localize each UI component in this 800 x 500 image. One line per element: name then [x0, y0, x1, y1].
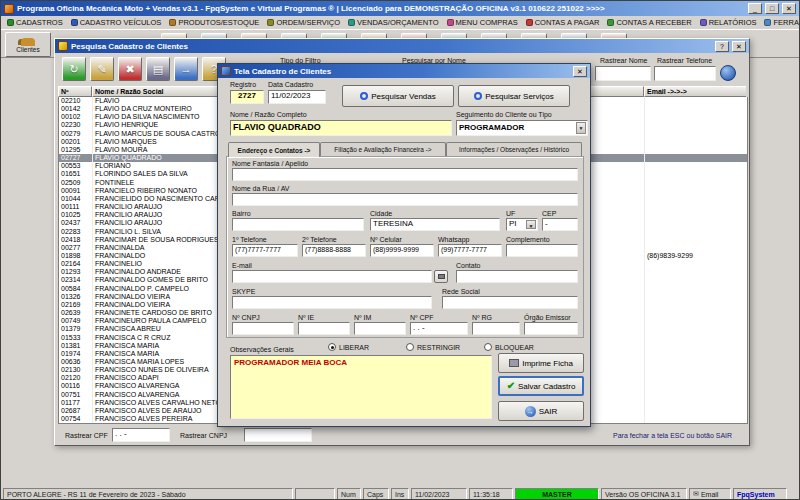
table-cell: 02130: [59, 366, 93, 374]
contato-label: Contato: [456, 262, 481, 270]
table-cell: 02169: [59, 301, 93, 309]
email-input[interactable]: [232, 270, 432, 283]
menu-item-label: RELATÓRIOS: [709, 18, 757, 27]
table-cell: [645, 268, 747, 276]
observacoes-textarea[interactable]: PROGRAMADOR MEIA BOCA: [230, 355, 492, 419]
column-header-num[interactable]: Nº: [58, 86, 92, 97]
refresh-icon[interactable]: ↻: [62, 57, 86, 81]
app-window: Programa Oficina Mecânica Moto + Vendas …: [0, 0, 800, 500]
menu-item-relatorios[interactable]: RELATÓRIOS: [696, 16, 761, 29]
complemento-label: Complemento: [506, 236, 550, 244]
menu-item-ferramentas[interactable]: FERRAMENTAS: [760, 16, 800, 29]
tab-filiacao-financeira[interactable]: Filiação e Avaliação Financeira ->: [320, 142, 446, 156]
radio-restringir[interactable]: RESTRINGIR: [406, 343, 460, 351]
uf-label: UF: [506, 210, 515, 218]
search-close-button[interactable]: ✕: [732, 41, 746, 52]
salvar-cadastro-button[interactable]: ✔ Salvar Cadastro: [498, 376, 584, 396]
menu-item-vendas-orcamento[interactable]: VENDAS/ORÇAMENTO: [344, 16, 443, 29]
radio-bloquear-icon[interactable]: [484, 343, 492, 351]
contato-input[interactable]: [456, 270, 578, 283]
celular-input[interactable]: (88)9999-9999: [370, 244, 434, 257]
menu-item-contas-a-receber[interactable]: CONTAS A RECEBER: [603, 16, 695, 29]
complemento-input[interactable]: [506, 244, 578, 257]
close-button[interactable]: ✕: [782, 3, 796, 14]
table-cell: 02230: [59, 121, 93, 129]
pesquisar-servicos-button[interactable]: Pesquisar Serviços: [458, 85, 570, 107]
tel1-input[interactable]: (77)7777-7777: [232, 244, 298, 257]
trace-cnpj-input[interactable]: [244, 428, 312, 442]
menu-item-ordem-servico[interactable]: ORDEM/SERVIÇO: [263, 16, 344, 29]
search-help-button[interactable]: ?: [715, 41, 729, 52]
table-cell: 00116: [59, 382, 93, 390]
im-input[interactable]: [354, 322, 406, 335]
search-go-button[interactable]: [720, 65, 736, 81]
seguimento-select[interactable]: PROGRAMADOR ▼: [456, 120, 588, 136]
tab-endereco-contatos[interactable]: Endereço e Contatos ->: [228, 142, 320, 157]
cnpj-input[interactable]: [232, 322, 294, 335]
radio-liberar[interactable]: LIBERAR: [328, 343, 369, 351]
table-cell: 01293: [59, 268, 93, 276]
radio-bloquear[interactable]: BLOQUEAR: [484, 343, 534, 351]
minimize-button[interactable]: _: [748, 3, 762, 14]
bairro-input[interactable]: [232, 218, 364, 231]
table-cell: [645, 146, 747, 154]
table-cell: [645, 325, 747, 333]
cep-input[interactable]: -: [542, 218, 578, 231]
tel2-input[interactable]: (77)8888-8888: [302, 244, 366, 257]
orgao-emissor-label: Órgão Emissor: [524, 314, 571, 322]
search-sales-icon: [360, 92, 368, 100]
email-send-button[interactable]: [434, 270, 448, 283]
edit-icon[interactable]: ✎: [90, 57, 114, 81]
skype-input[interactable]: [232, 296, 432, 309]
table-cell: [645, 130, 747, 138]
trace-name-label: Rastrear Nome: [600, 57, 647, 65]
rua-input[interactable]: [232, 193, 578, 206]
chevron-down-icon[interactable]: ▼: [526, 220, 536, 229]
clients-toolbar-button[interactable]: Clientes: [5, 32, 51, 57]
nome-input[interactable]: FLAVIO QUADRADO: [230, 120, 452, 136]
chevron-down-icon[interactable]: ▼: [576, 122, 586, 134]
ie-input[interactable]: [298, 322, 350, 335]
menu-item-menu-compras[interactable]: MENU COMPRAS: [443, 16, 522, 29]
fantasia-input[interactable]: [232, 168, 578, 181]
table-cell: 01381: [59, 342, 93, 350]
dialog-close-button[interactable]: ✕: [573, 66, 587, 77]
status-email[interactable]: ✉Email: [689, 488, 731, 500]
print-icon[interactable]: ▤: [146, 57, 170, 81]
clients-icon: [21, 38, 35, 46]
uf-select[interactable]: PI ▼: [506, 218, 538, 231]
menu-item-cadastro-veiculos[interactable]: CADASTRO VEÍCULOS: [67, 16, 166, 29]
table-cell: [645, 170, 747, 178]
trace-phone-input[interactable]: [654, 66, 716, 81]
menu-item-contas-a-pagar[interactable]: CONTAS A PAGAR: [522, 16, 604, 29]
radio-liberar-icon[interactable]: [328, 343, 336, 351]
table-cell: [645, 260, 747, 268]
tab-informacoes-historico[interactable]: Informações / Observações / Histórico: [446, 142, 582, 156]
rg-input[interactable]: [472, 322, 520, 335]
maximize-button[interactable]: □: [765, 3, 779, 14]
menu-item-label: MENU COMPRAS: [456, 18, 518, 27]
cidade-input[interactable]: TERESINA: [370, 218, 500, 231]
orgao-emissor-input[interactable]: [524, 322, 578, 335]
table-cell: 02437: [59, 219, 93, 227]
delete-icon[interactable]: ✖: [118, 57, 142, 81]
table-cell: [645, 374, 747, 382]
radio-restringir-icon[interactable]: [406, 343, 414, 351]
whatsapp-input[interactable]: (99)7777-7777: [438, 244, 502, 257]
table-cell: 02314: [59, 276, 93, 284]
menu-item-cadastros[interactable]: CADASTROS: [3, 16, 67, 29]
trace-name-input[interactable]: [595, 66, 651, 81]
check-icon: ✔: [507, 381, 515, 391]
pesquisar-vendas-button[interactable]: Pesquisar Vendas: [342, 85, 454, 107]
cpf-input[interactable]: . . -: [410, 322, 468, 335]
column-header-email[interactable]: Email ->->->: [644, 86, 746, 97]
menu-item-produtos-estoque[interactable]: PRODUTOS/ESTOQUE: [165, 16, 263, 29]
data-cadastro-input[interactable]: 11/02/2023: [268, 90, 326, 104]
rede-social-input[interactable]: [442, 296, 578, 309]
imprime-ficha-button[interactable]: Imprime Ficha: [498, 353, 584, 373]
export-icon[interactable]: →: [174, 57, 198, 81]
trace-cpf-input[interactable]: . . -: [112, 428, 170, 442]
sair-button[interactable]: → SAIR: [498, 401, 584, 421]
status-brand[interactable]: FpqSystem: [733, 488, 787, 500]
menu-item-label: CADASTRO VEÍCULOS: [80, 18, 162, 27]
